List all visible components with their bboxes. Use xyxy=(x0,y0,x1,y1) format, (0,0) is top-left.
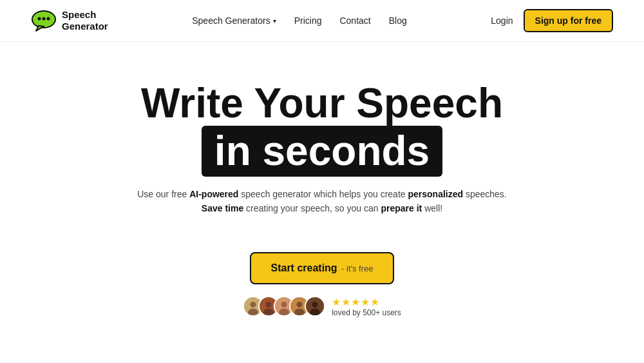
logo-icon xyxy=(31,9,57,32)
cta-suffix: - it's free xyxy=(341,264,373,273)
svg-point-15 xyxy=(297,302,303,308)
ratings-text: ★★★★★ loved by 500+ users xyxy=(332,296,401,317)
start-creating-button[interactable]: Start creating - it's free xyxy=(250,252,393,284)
svg-point-12 xyxy=(281,302,287,308)
login-button[interactable]: Login xyxy=(491,15,513,26)
svg-point-6 xyxy=(251,302,256,308)
nav-blog[interactable]: Blog xyxy=(389,15,407,26)
loved-count: loved by 500+ users xyxy=(332,308,401,317)
nav-pricing[interactable]: Pricing xyxy=(294,15,322,26)
avatar-group xyxy=(243,296,325,317)
avatar xyxy=(305,296,325,317)
svg-point-4 xyxy=(47,17,50,21)
svg-point-9 xyxy=(266,302,272,308)
hero-highlight: in seconds xyxy=(202,126,442,176)
svg-point-18 xyxy=(312,302,318,308)
cta-label: Start creating xyxy=(270,262,337,273)
svg-point-3 xyxy=(43,17,46,21)
generators-dropdown-arrow: ▾ xyxy=(273,17,276,25)
logo[interactable]: Speech Generator xyxy=(31,9,108,32)
hero-section: Write Your Speech in seconds Use our fre… xyxy=(0,42,644,343)
logo-text: Speech Generator xyxy=(62,9,108,32)
hero-title: Write Your Speech in seconds xyxy=(26,81,618,177)
auth-area: Login Sign up for free xyxy=(491,9,613,32)
hero-subtitle: Use our free AI-powered speech generator… xyxy=(26,187,618,216)
svg-point-2 xyxy=(38,17,41,21)
header: Speech Generator Speech Generators ▾ Pri… xyxy=(0,0,644,42)
star-rating: ★★★★★ xyxy=(332,296,380,308)
nav-contact[interactable]: Contact xyxy=(339,15,370,26)
nav-generators[interactable]: Speech Generators ▾ xyxy=(192,15,276,26)
social-proof: ★★★★★ loved by 500+ users xyxy=(26,296,618,317)
signup-button[interactable]: Sign up for free xyxy=(524,9,613,32)
main-nav: Speech Generators ▾ Pricing Contact Blog xyxy=(192,15,406,26)
